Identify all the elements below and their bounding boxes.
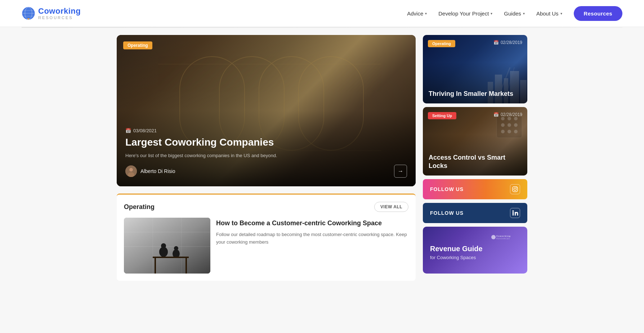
hero-card[interactable]: Operating 📅 03/08/2021 Largest Coworking… — [117, 35, 416, 186]
logo[interactable]: Coworking RESOURCES — [22, 6, 81, 20]
svg-point-47 — [514, 188, 516, 191]
card-date: 📅 02/28/2019 — [493, 112, 522, 117]
author-avatar — [125, 165, 137, 177]
author-name: Alberto Di Risio — [140, 168, 175, 174]
linkedin-icon — [510, 208, 520, 218]
nav-item-guides[interactable]: Guides ▾ — [504, 10, 525, 17]
revenue-guide-card[interactable]: Coworking RESOURCES Revenue Guide for Co… — [423, 227, 527, 274]
card-content: Thriving In Smaller Markets — [423, 84, 527, 104]
card-category-badge: Operating — [428, 40, 455, 47]
section-title: Operating — [124, 203, 155, 211]
card-access-control[interactable]: Setting Up 📅 02/28/2019 Access Control v… — [423, 107, 527, 176]
card-title: Access Control vs Smart Locks — [429, 154, 522, 170]
main-content: Operating 📅 03/08/2021 Largest Coworking… — [95, 28, 549, 288]
logo-coworking-text: Coworking — [38, 7, 81, 15]
article-row: How to Become a Customer-centric Coworki… — [124, 218, 408, 274]
operating-section: Operating VIEW ALL — [117, 194, 416, 281]
article-info: How to Become a Customer-centric Coworki… — [216, 218, 408, 274]
follow-linkedin-button[interactable]: FOLLOW US — [423, 203, 527, 223]
revenue-guide-subtitle: for Coworking Spaces — [430, 255, 520, 260]
hero-arrow-button[interactable]: → — [394, 165, 407, 178]
svg-rect-17 — [124, 218, 210, 274]
calendar-icon: 📅 — [493, 40, 499, 45]
card-thriving[interactable]: Operating 📅 02/28/2019 Thriving In Small… — [423, 35, 527, 103]
hero-title: Largest Coworking Companies — [125, 136, 407, 148]
hero-description: Here's our list of the biggest coworking… — [125, 152, 407, 159]
logo-globe-icon — [22, 6, 35, 20]
hero-author: Alberto Di Risio — [125, 165, 175, 177]
left-column: Operating 📅 03/08/2021 Largest Coworking… — [117, 35, 416, 281]
svg-rect-28 — [185, 258, 187, 274]
card-title: Thriving In Smaller Markets — [429, 90, 522, 98]
svg-point-22 — [159, 247, 168, 257]
article-title: How to Become a Customer-centric Coworki… — [216, 219, 408, 227]
hero-content: 📅 03/08/2021 Largest Coworking Companies… — [117, 119, 416, 186]
linkedin-follow-label: FOLLOW US — [430, 210, 464, 216]
nav-item-about[interactable]: About Us ▾ — [536, 10, 562, 17]
view-all-button[interactable]: VIEW ALL — [374, 202, 408, 212]
revenue-guide-title: Revenue Guide — [430, 244, 520, 253]
instagram-follow-label: FOLLOW US — [430, 186, 464, 192]
card-category-badge: Setting Up — [428, 112, 456, 119]
revenue-card-logo: Coworking RESOURCES — [430, 234, 520, 241]
instagram-icon — [510, 184, 520, 194]
svg-point-25 — [174, 246, 178, 250]
chevron-down-icon: ▾ — [560, 12, 562, 15]
svg-point-23 — [161, 243, 166, 248]
calendar-icon: 📅 — [493, 112, 499, 117]
card-date: 📅 02/28/2019 — [493, 40, 522, 45]
nav-item-develop[interactable]: Develop Your Project ▾ — [438, 10, 492, 17]
chevron-down-icon: ▾ — [491, 12, 492, 15]
svg-point-50 — [513, 210, 514, 212]
coworking-resources-logo-small: Coworking RESOURCES — [491, 234, 520, 240]
nav-item-advice[interactable]: Advice ▾ — [407, 10, 427, 17]
svg-text:Coworking: Coworking — [496, 235, 511, 237]
hero-footer: Alberto Di Risio → — [125, 165, 407, 178]
section-header: Operating VIEW ALL — [124, 202, 408, 212]
svg-rect-49 — [513, 212, 514, 216]
main-nav: Advice ▾ Develop Your Project ▾ Guides ▾… — [407, 6, 622, 21]
header: Coworking RESOURCES Advice ▾ Develop You… — [0, 0, 644, 27]
svg-point-14 — [129, 168, 133, 172]
article-description: Follow our detailed roadmap to becoming … — [216, 231, 408, 246]
calendar-icon: 📅 — [125, 128, 131, 133]
follow-instagram-button[interactable]: FOLLOW US — [423, 179, 527, 199]
hero-date: 📅 03/08/2021 — [125, 128, 407, 133]
resources-button[interactable]: Resources — [574, 6, 622, 21]
svg-rect-27 — [155, 258, 156, 274]
logo-resources-text: RESOURCES — [38, 15, 81, 20]
svg-rect-26 — [153, 257, 189, 258]
card-content: Access Control vs Smart Locks — [423, 148, 527, 176]
chevron-down-icon: ▾ — [425, 12, 427, 15]
svg-point-48 — [516, 187, 517, 188]
chevron-down-icon: ▾ — [523, 12, 525, 15]
office-scene — [124, 218, 210, 274]
right-column: Operating 📅 02/28/2019 Thriving In Small… — [423, 35, 527, 281]
logo-text: Coworking RESOURCES — [38, 7, 81, 20]
svg-text:RESOURCES: RESOURCES — [496, 238, 510, 240]
article-thumbnail — [124, 218, 210, 274]
svg-point-51 — [491, 235, 496, 239]
hero-category-badge: Operating — [123, 41, 152, 49]
